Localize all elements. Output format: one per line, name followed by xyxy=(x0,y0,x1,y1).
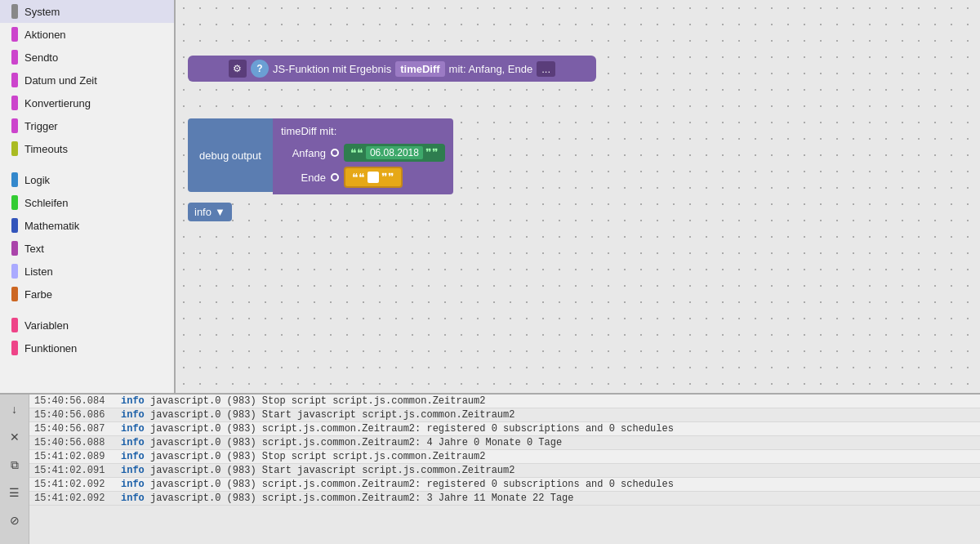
js-function-rest: mit: Anfang, Ende xyxy=(449,63,533,75)
log-row: 15:41:02.092infojavascript.0 (983) scrip… xyxy=(29,478,980,492)
sidebar-label-mathematik: Mathematik xyxy=(24,220,79,232)
timediff-block[interactable]: timeDiff mit: Anfang ❝❝ 06.08.2018 ❞❞ En… xyxy=(273,118,453,194)
sidebar-color-logik xyxy=(11,172,18,187)
sidebar-item-konvertierung[interactable]: Konvertierung xyxy=(0,91,174,114)
hide-icon[interactable]: ⊘ xyxy=(4,510,25,531)
js-function-label: JS-Funktion mit Ergebnis xyxy=(273,63,391,75)
sidebar-item-timeouts[interactable]: Timeouts xyxy=(0,137,174,160)
empty-block[interactable]: ❝❝ ❞❞ xyxy=(344,167,403,188)
log-message: javascript.0 (983) script.js.common.Zeit… xyxy=(150,479,674,490)
log-row: 15:41:02.089infojavascript.0 (983) Stop … xyxy=(29,450,980,464)
sidebar-item-aktionen[interactable]: Aktionen xyxy=(0,23,174,46)
list-icon[interactable]: ☰ xyxy=(4,482,25,503)
sidebar-item-datum-und-zeit[interactable]: Datum und Zeit xyxy=(0,69,174,91)
log-level: info xyxy=(121,395,145,407)
canvas-area[interactable]: ⚙ ? JS-Funktion mit Ergebnis timeDiff mi… xyxy=(176,0,980,393)
log-row: 15:40:56.088infojavascript.0 (983) scrip… xyxy=(29,436,980,450)
sidebar-color-mathematik xyxy=(11,218,18,233)
sidebar-item-schleifen[interactable]: Schleifen xyxy=(0,191,174,214)
timediff-header: timeDiff mit: xyxy=(281,123,445,140)
log-time: 15:40:56.084 xyxy=(34,395,116,407)
anfang-connector[interactable] xyxy=(331,149,339,157)
log-time: 15:40:56.088 xyxy=(34,437,116,448)
main-area: SystemAktionenSendtoDatum und ZeitKonver… xyxy=(0,0,980,393)
log-time: 15:41:02.092 xyxy=(34,479,116,490)
log-message: javascript.0 (983) script.js.common.Zeit… xyxy=(150,437,562,448)
date-block[interactable]: ❝❝ 06.08.2018 ❞❞ xyxy=(344,144,445,162)
debug-output-label: debug output xyxy=(199,149,261,162)
sidebar-color-schleifen xyxy=(11,195,18,210)
sidebar-item-trigger[interactable]: Trigger xyxy=(0,114,174,137)
ende-connector[interactable] xyxy=(331,173,339,181)
log-level: info xyxy=(121,409,145,421)
sidebar-item-logik[interactable]: Logik xyxy=(0,168,174,191)
sidebar-item-system[interactable]: System xyxy=(0,0,174,23)
log-time: 15:40:56.086 xyxy=(34,409,116,421)
log-time: 15:41:02.092 xyxy=(34,493,116,504)
log-level: info xyxy=(121,423,145,435)
sidebar-item-listen[interactable]: Listen xyxy=(0,260,174,283)
log-row: 15:40:56.087infojavascript.0 (983) scrip… xyxy=(29,422,980,436)
log-time: 15:41:02.089 xyxy=(34,451,116,462)
debug-block: debug output timeDiff mit: Anfang ❝❝ 06.… xyxy=(188,118,453,194)
log-time: 15:41:02.091 xyxy=(34,465,116,476)
sidebar-label-datum-und-zeit: Datum und Zeit xyxy=(24,74,97,87)
download-icon[interactable]: ↓ xyxy=(4,399,25,420)
sidebar-color-trigger xyxy=(11,118,18,133)
sidebar-label-system: System xyxy=(24,6,60,18)
sidebar-color-datum-und-zeit xyxy=(11,73,18,87)
sidebar-color-konvertierung xyxy=(11,96,18,110)
sidebar-item-mathematik[interactable]: Mathematik xyxy=(0,214,174,237)
clear-icon[interactable]: ✕ xyxy=(4,426,25,448)
debug-output-box[interactable]: debug output xyxy=(188,118,273,192)
sidebar-item-sendto[interactable]: Sendto xyxy=(0,46,174,69)
sidebar-label-sendto: Sendto xyxy=(24,51,58,64)
sidebar-item-text[interactable]: Text xyxy=(0,237,174,260)
sidebar-label-timeouts: Timeouts xyxy=(24,143,68,155)
info-dropdown[interactable]: info ▼ xyxy=(188,203,232,221)
log-row: 15:40:56.086infojavascript.0 (983) Start… xyxy=(29,408,980,422)
log-message: javascript.0 (983) Stop script script.js… xyxy=(150,395,485,407)
log-row: 15:41:02.092infojavascript.0 (983) scrip… xyxy=(29,492,980,506)
log-message: javascript.0 (983) Stop script script.js… xyxy=(150,451,485,462)
sidebar-item-variablen[interactable]: Variablen xyxy=(0,314,174,337)
sidebar-label-trigger: Trigger xyxy=(24,120,58,132)
sidebar-label-farbe: Farbe xyxy=(24,288,52,301)
close-quote-2: ❞❞ xyxy=(381,171,394,184)
console-log: 15:40:56.084infojavascript.0 (983) Stop … xyxy=(29,395,980,544)
sidebar-item-funktionen[interactable]: Funktionen xyxy=(0,337,174,359)
sidebar-label-listen: Listen xyxy=(24,265,53,278)
anfang-label: Anfang xyxy=(281,147,326,159)
sidebar-label-logik: Logik xyxy=(24,174,50,186)
console-area: ↓✕⧉☰⊘ 15:40:56.084infojavascript.0 (983)… xyxy=(0,393,980,544)
sidebar-color-aktionen xyxy=(11,27,18,42)
js-function-header: ⚙ ? JS-Funktion mit Ergebnis timeDiff mi… xyxy=(222,56,562,82)
sidebar-color-funktionen xyxy=(11,341,18,355)
sidebar-label-variablen: Variablen xyxy=(24,319,69,332)
open-quote-1: ❝❝ xyxy=(350,146,363,159)
log-row: 15:40:56.084infojavascript.0 (983) Stop … xyxy=(29,395,980,408)
log-level: info xyxy=(121,437,145,448)
sidebar-item-farbe[interactable]: Farbe xyxy=(0,283,174,305)
js-function-highlighted: timeDiff xyxy=(395,61,444,77)
sidebar-label-aktionen: Aktionen xyxy=(24,29,66,41)
empty-white-box xyxy=(368,172,379,183)
js-function-dots[interactable]: ... xyxy=(537,61,555,77)
js-function-block[interactable]: ⚙ ? JS-Funktion mit Ergebnis timeDiff mi… xyxy=(188,56,596,82)
info-arrow: ▼ xyxy=(215,206,225,218)
help-icon[interactable]: ? xyxy=(251,60,269,78)
date-value: 06.08.2018 xyxy=(366,146,423,159)
sidebar-label-konvertierung: Konvertierung xyxy=(24,97,91,109)
log-level: info xyxy=(121,479,145,490)
sidebar-label-schleifen: Schleifen xyxy=(24,197,68,209)
copy-icon[interactable]: ⧉ xyxy=(4,454,25,475)
sidebar-color-listen xyxy=(11,264,18,279)
sidebar-color-sendto xyxy=(11,50,18,65)
anfang-row: Anfang ❝❝ 06.08.2018 ❞❞ xyxy=(281,144,445,162)
gear-icon[interactable]: ⚙ xyxy=(229,60,247,78)
sidebar: SystemAktionenSendtoDatum und ZeitKonver… xyxy=(0,0,176,393)
sidebar-color-timeouts xyxy=(11,141,18,156)
close-quote-1: ❞❞ xyxy=(425,146,439,159)
ende-label: Ende xyxy=(281,172,326,184)
log-level: info xyxy=(121,451,145,462)
